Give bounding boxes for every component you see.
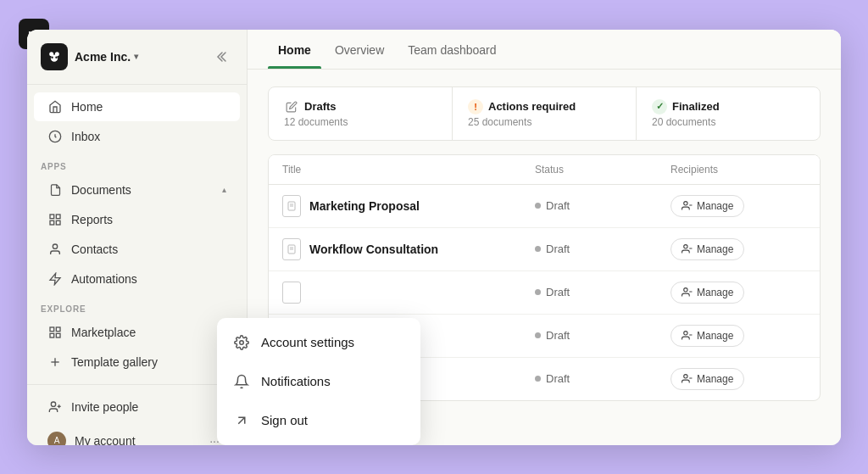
doc-file-icon: [282, 238, 301, 260]
gear-icon: [232, 333, 251, 352]
svg-point-18: [51, 402, 55, 406]
status-dot: [535, 332, 541, 338]
account-dropdown: Account settings Notifications Sign out: [217, 318, 420, 445]
home-label: Home: [71, 100, 103, 114]
collapse-sidebar-button[interactable]: [213, 47, 233, 67]
table-row: Draft Manage: [269, 271, 820, 315]
stat-actions-required[interactable]: ! Actions required 25 documents: [453, 87, 637, 140]
sidebar-item-inbox[interactable]: Inbox: [34, 122, 240, 151]
chevron-down-icon: ▾: [134, 52, 138, 61]
explore-section-label: EXPLORE: [27, 294, 247, 317]
manage-button[interactable]: Manage: [670, 325, 744, 347]
tab-home[interactable]: Home: [268, 30, 321, 69]
invite-people-label: Invite people: [71, 400, 138, 414]
svg-point-10: [53, 244, 57, 248]
col-recipients: Recipients: [670, 164, 806, 176]
manage-button[interactable]: Manage: [670, 238, 744, 260]
stat-drafts[interactable]: Drafts 12 documents: [269, 87, 453, 140]
doc-cell: [282, 282, 535, 304]
svg-point-33: [684, 332, 687, 335]
svg-point-35: [684, 375, 687, 378]
sidebar-bottom: Invite people A My account ···: [27, 384, 247, 445]
status-dot: [535, 246, 541, 252]
status-dot: [535, 203, 541, 209]
contacts-icon: [47, 242, 63, 257]
status-cell: Draft: [535, 199, 670, 212]
sidebar-item-marketplace[interactable]: Marketplace: [34, 318, 240, 347]
doc-cell: Workflow Consultation: [282, 238, 535, 260]
manage-button[interactable]: Manage: [670, 368, 744, 390]
panda-logo-icon: [41, 43, 68, 70]
svg-rect-7: [56, 215, 60, 219]
manage-button[interactable]: Manage: [670, 195, 744, 217]
tab-team-dashboard[interactable]: Team dashboard: [398, 30, 506, 69]
sidebar: Acme Inc. ▾ Home: [27, 30, 248, 445]
stats-row: Drafts 12 documents ! Actions required 2…: [268, 86, 821, 141]
svg-rect-8: [56, 220, 60, 225]
sidebar-item-contacts[interactable]: Contacts: [34, 235, 240, 264]
table-row: Workflow Consultation Draft: [269, 228, 820, 271]
drafts-title: Drafts: [284, 99, 437, 114]
manage-button[interactable]: Manage: [670, 282, 744, 304]
template-icon: [47, 354, 63, 370]
tabs-bar: Home Overview Team dashboard: [248, 30, 841, 70]
reports-label: Reports: [71, 213, 113, 226]
svg-point-3: [51, 56, 53, 59]
status-dot: [535, 376, 541, 382]
table-header: Title Status Recipients: [269, 155, 820, 185]
sidebar-item-documents[interactable]: Documents ▴: [34, 176, 240, 204]
svg-rect-14: [56, 333, 60, 337]
marketplace-icon: [47, 325, 63, 340]
sidebar-item-automations[interactable]: Automations: [34, 265, 240, 293]
doc-name: Workflow Consultation: [309, 243, 438, 256]
svg-rect-9: [50, 220, 54, 225]
inbox-label: Inbox: [71, 130, 100, 143]
contacts-label: Contacts: [71, 243, 118, 256]
workspace-name: Acme Inc. ▾: [75, 50, 138, 64]
status-cell: Draft: [535, 243, 670, 255]
arrow-up-right-icon: [232, 411, 251, 430]
svg-point-29: [684, 245, 687, 248]
sign-out-item[interactable]: Sign out: [217, 401, 420, 440]
sidebar-item-template-gallery[interactable]: Template gallery: [34, 348, 240, 376]
col-title: Title: [282, 164, 535, 176]
home-icon: [47, 99, 63, 114]
sidebar-item-reports[interactable]: Reports: [34, 205, 240, 234]
doc-file-icon: [282, 282, 301, 304]
automations-label: Automations: [71, 272, 137, 286]
stat-finalized[interactable]: ✓ Finalized 20 documents: [637, 87, 820, 140]
account-settings-label: Account settings: [261, 335, 354, 349]
svg-marker-11: [50, 273, 60, 284]
sidebar-item-my-account[interactable]: A My account ···: [34, 422, 240, 445]
finalized-title: ✓ Finalized: [652, 99, 804, 114]
sign-out-label: Sign out: [261, 413, 308, 427]
sidebar-item-home[interactable]: Home: [34, 92, 240, 121]
svg-rect-6: [50, 215, 54, 219]
svg-point-24: [684, 202, 687, 205]
account-settings-item[interactable]: Account settings: [217, 323, 420, 362]
status-text: Draft: [546, 372, 570, 385]
notifications-item[interactable]: Notifications: [217, 362, 420, 401]
table-row: Marketing Proposal Draft: [269, 185, 820, 228]
tab-overview[interactable]: Overview: [325, 30, 394, 69]
warning-icon: !: [468, 99, 483, 114]
my-account-label: My account: [75, 434, 136, 445]
finalized-count: 20 documents: [652, 116, 804, 128]
marketplace-label: Marketplace: [71, 326, 136, 339]
actions-required-title: ! Actions required: [468, 99, 620, 114]
invite-icon: [47, 399, 63, 415]
check-icon: ✓: [652, 99, 667, 114]
sidebar-navigation: Home Inbox APPS: [27, 85, 247, 384]
app-window: Acme Inc. ▾ Home: [27, 30, 841, 445]
doc-file-icon: [282, 195, 301, 217]
sidebar-item-invite-people[interactable]: Invite people: [34, 393, 240, 421]
svg-point-4: [55, 56, 58, 59]
status-cell: Draft: [535, 286, 670, 298]
sidebar-header: Acme Inc. ▾: [27, 30, 247, 85]
apps-section-label: APPS: [27, 152, 247, 175]
doc-cell: Marketing Proposal: [282, 195, 535, 217]
inbox-icon: [47, 129, 63, 144]
notifications-label: Notifications: [261, 374, 331, 388]
status-cell: Draft: [535, 372, 670, 385]
workspace-selector[interactable]: Acme Inc. ▾: [41, 43, 138, 70]
